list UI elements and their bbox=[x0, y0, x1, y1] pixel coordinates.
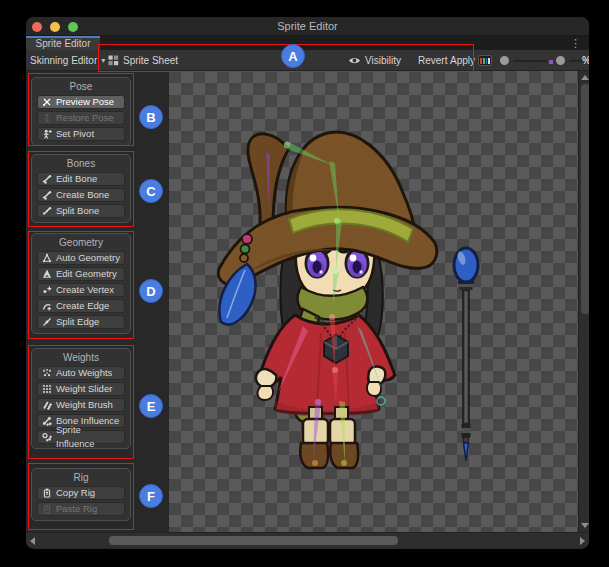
split-edge-label: Split Edge bbox=[56, 315, 99, 329]
split-edge-button[interactable]: Split Edge bbox=[37, 315, 125, 329]
apply-button[interactable]: Apply bbox=[450, 50, 475, 71]
bones-section: Bones Edit Bone Create Bone bbox=[31, 154, 131, 223]
character-body bbox=[218, 132, 436, 468]
sprite-canvas[interactable] bbox=[169, 71, 578, 532]
window-title: Sprite Editor bbox=[26, 20, 589, 32]
set-pivot-label: Set Pivot bbox=[56, 127, 94, 141]
create-vertex-button[interactable]: Create Vertex bbox=[37, 283, 125, 297]
pose-section: Pose Preview Pose Restore Pose bbox=[31, 77, 131, 146]
create-bone-label: Create Bone bbox=[56, 188, 109, 202]
auto-geometry-button[interactable]: Auto Geometry bbox=[37, 251, 125, 265]
annotation-circle-c: C bbox=[139, 179, 163, 203]
create-edge-button[interactable]: Create Edge bbox=[37, 299, 125, 313]
edit-bone-label: Edit Bone bbox=[56, 172, 97, 186]
zoom-slider[interactable] bbox=[500, 50, 547, 71]
visibility-label: Visibility bbox=[365, 55, 401, 66]
scroll-left-icon[interactable] bbox=[30, 537, 35, 545]
color-channel-button[interactable] bbox=[478, 50, 492, 71]
auto-geometry-icon bbox=[42, 253, 52, 263]
mip-slider-knob[interactable] bbox=[556, 56, 565, 65]
preview-pose-icon bbox=[42, 97, 52, 107]
vertical-scrollbar-thumb[interactable] bbox=[581, 84, 590, 314]
sprite-editor-window: Sprite Editor Sprite Editor ⋮ Skinning E… bbox=[25, 16, 590, 550]
restore-pose-button[interactable]: Restore Pose bbox=[37, 111, 125, 125]
character-sprite bbox=[169, 71, 578, 532]
restore-pose-icon bbox=[42, 113, 52, 123]
frame-grid-icon bbox=[108, 55, 119, 66]
weights-section: Weights Auto Weights Weight Slider bbox=[31, 348, 131, 449]
create-vertex-icon bbox=[42, 285, 52, 295]
sprite-influence-label: Sprite Influence bbox=[56, 423, 120, 451]
edit-bone-icon bbox=[42, 174, 52, 184]
bones-section-title: Bones bbox=[32, 158, 130, 170]
sprite-sheet-button[interactable]: Sprite Sheet bbox=[108, 50, 178, 71]
weights-section-title: Weights bbox=[32, 352, 130, 364]
split-bone-icon bbox=[42, 206, 52, 216]
mode-dropdown[interactable]: Skinning Editor ▾ bbox=[30, 50, 105, 71]
tab-sprite-editor[interactable]: Sprite Editor bbox=[26, 36, 100, 50]
auto-geometry-label: Auto Geometry bbox=[56, 251, 120, 265]
eye-icon bbox=[348, 56, 361, 65]
kebab-menu-icon[interactable]: ⋮ bbox=[570, 36, 581, 50]
weight-brush-button[interactable]: Weight Brush bbox=[37, 398, 125, 412]
weight-brush-icon bbox=[42, 400, 52, 410]
visibility-toggle[interactable]: Visibility bbox=[348, 50, 401, 71]
content-area: Pose Preview Pose Restore Pose bbox=[26, 71, 589, 532]
mip-slider-track[interactable] bbox=[569, 60, 582, 62]
title-bar: Sprite Editor bbox=[26, 17, 589, 36]
sprite-sheet-label: Sprite Sheet bbox=[123, 55, 178, 66]
create-bone-button[interactable]: Create Bone bbox=[37, 188, 125, 202]
edit-bone-button[interactable]: Edit Bone bbox=[37, 172, 125, 186]
annotation-circle-d: D bbox=[139, 279, 163, 303]
copy-rig-label: Copy Rig bbox=[56, 486, 95, 500]
weight-brush-label: Weight Brush bbox=[56, 398, 113, 412]
sprite-influence-icon bbox=[42, 432, 52, 442]
restore-pose-label: Restore Pose bbox=[56, 111, 114, 125]
paste-rig-button[interactable]: Paste Rig bbox=[37, 502, 125, 516]
edit-geometry-button[interactable]: Edit Geometry bbox=[37, 267, 125, 281]
paste-rig-label: Paste Rig bbox=[56, 502, 97, 516]
split-bone-label: Split Bone bbox=[56, 204, 99, 218]
create-vertex-label: Create Vertex bbox=[56, 283, 114, 297]
set-pivot-button[interactable]: Set Pivot bbox=[37, 127, 125, 141]
sprite-influence-button[interactable]: Sprite Influence bbox=[37, 430, 125, 444]
weight-slider-label: Weight Slider bbox=[56, 382, 112, 396]
bone-influence-icon bbox=[42, 416, 52, 426]
staff-sprite bbox=[454, 248, 478, 461]
split-bone-button[interactable]: Split Bone bbox=[37, 204, 125, 218]
copy-rig-icon bbox=[42, 488, 52, 498]
geometry-section-title: Geometry bbox=[32, 237, 130, 249]
rig-section-title: Rig bbox=[32, 472, 130, 484]
zoom-slider-knob[interactable] bbox=[500, 56, 509, 65]
scroll-down-icon[interactable] bbox=[581, 523, 589, 528]
edit-geometry-label: Edit Geometry bbox=[56, 267, 117, 281]
weight-slider-icon bbox=[42, 384, 52, 394]
scroll-right-icon[interactable] bbox=[580, 537, 585, 545]
create-bone-icon bbox=[42, 190, 52, 200]
rgb-swatch-icon bbox=[478, 55, 492, 66]
create-edge-icon bbox=[42, 301, 52, 311]
weight-slider-button[interactable]: Weight Slider bbox=[37, 382, 125, 396]
split-edge-icon bbox=[42, 317, 52, 327]
annotation-circle-b: B bbox=[139, 105, 163, 129]
copy-rig-button[interactable]: Copy Rig bbox=[37, 486, 125, 500]
toolbar: Skinning Editor ▾ Sprite Sheet Visibilit… bbox=[26, 50, 589, 71]
preview-pose-label: Preview Pose bbox=[56, 95, 114, 109]
pose-section-title: Pose bbox=[32, 81, 130, 93]
horizontal-scrollbar-thumb[interactable] bbox=[109, 536, 398, 545]
horizontal-scrollbar[interactable] bbox=[26, 532, 589, 547]
scroll-up-icon[interactable] bbox=[581, 75, 589, 80]
auto-weights-label: Auto Weights bbox=[56, 366, 112, 380]
auto-weights-button[interactable]: Auto Weights bbox=[37, 366, 125, 380]
paste-rig-icon bbox=[42, 504, 52, 514]
zoom-slider-track[interactable] bbox=[513, 60, 547, 62]
tab-bar: Sprite Editor ⋮ bbox=[26, 36, 589, 50]
preview-pose-button[interactable]: Preview Pose bbox=[37, 95, 125, 109]
mode-dropdown-value: Skinning Editor bbox=[30, 55, 97, 66]
annotation-circle-e: E bbox=[139, 394, 163, 418]
mip-slider[interactable] bbox=[556, 50, 582, 71]
mip-small-icon bbox=[547, 50, 555, 71]
annotation-circle-f: F bbox=[139, 484, 163, 508]
revert-button[interactable]: Revert bbox=[418, 50, 447, 71]
vertical-scrollbar[interactable] bbox=[578, 71, 590, 532]
